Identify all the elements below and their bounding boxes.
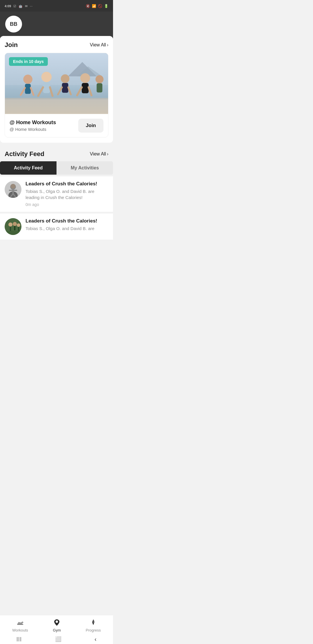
activity-avatar-2	[5, 218, 21, 235]
status-left: 4:09 ☑ 🤖 ✉ ···	[5, 4, 32, 8]
activity-avatar-1	[5, 181, 21, 198]
challenge-image: Ends in 10 days	[5, 53, 108, 114]
svg-rect-10	[43, 82, 50, 93]
activity-item-1: Leaders of Crush the Calories! Tobias S.…	[0, 176, 113, 212]
challenge-info: @ Home Workouts @ Home Workouts Join	[5, 114, 108, 137]
chevron-right-icon: ›	[107, 42, 108, 48]
svg-point-21	[95, 75, 103, 83]
activity-view-all[interactable]: View All ›	[90, 151, 108, 157]
svg-rect-5	[25, 84, 31, 94]
svg-point-36	[13, 222, 17, 226]
join-view-all[interactable]: View All ›	[90, 42, 108, 48]
svg-point-27	[11, 184, 15, 189]
activity-item-2: Leaders of Crush the Calories! Tobias S.…	[0, 214, 113, 240]
status-time: 4:09	[5, 4, 11, 8]
challenge-subtitle: @ Home Workouts	[10, 127, 56, 132]
activity-content-1: Leaders of Crush the Calories! Tobias S.…	[26, 181, 108, 207]
wifi-icon: 📶	[92, 4, 96, 8]
app-header: BB	[0, 12, 113, 38]
challenge-card: Ends in 10 days @ Home Workouts @ Home W…	[5, 53, 108, 138]
svg-point-17	[80, 73, 90, 83]
status-icons-right: 🔇 📶 🚫 🔋	[86, 4, 108, 8]
status-bar: 4:09 ☑ 🤖 ✉ ··· 🔇 📶 🚫 🔋	[0, 0, 113, 12]
activity-title-1: Leaders of Crush the Calories!	[26, 181, 108, 187]
status-icon-checklist: ☑	[13, 4, 16, 8]
status-icon-android: 🤖	[19, 4, 23, 8]
activity-content-2: Leaders of Crush the Calories! Tobias S.…	[26, 218, 97, 233]
activity-chevron-icon: ›	[107, 151, 108, 157]
svg-point-38	[17, 223, 20, 227]
main-content: Join View All ›	[0, 36, 113, 267]
activity-title-2: Leaders of Crush the Calories!	[26, 218, 97, 224]
svg-rect-1	[5, 85, 108, 99]
activity-feed-section: Activity Feed View All › Activity Feed M…	[0, 146, 113, 244]
tab-my-activities[interactable]: My Activities	[57, 161, 113, 175]
activity-desc-2: Tobias S., Olga O. and David B. are	[26, 225, 97, 231]
svg-point-34	[8, 222, 12, 227]
challenge-title: @ Home Workouts	[10, 120, 56, 126]
battery-icon: 🔋	[104, 4, 108, 8]
activity-tabs: Activity Feed My Activities	[0, 161, 113, 175]
join-section: Join View All ›	[0, 36, 113, 143]
svg-rect-14	[62, 83, 68, 93]
svg-rect-23	[5, 98, 108, 113]
svg-point-13	[61, 74, 70, 83]
status-icon-message: ✉	[25, 4, 28, 8]
status-icon-dots: ···	[30, 4, 32, 8]
activity-feed-title: Activity Feed	[5, 150, 44, 158]
activity-section-header: Activity Feed View All ›	[0, 146, 113, 161]
svg-rect-40	[5, 231, 21, 235]
join-button[interactable]: Join	[78, 119, 103, 133]
svg-rect-22	[97, 83, 102, 93]
avatar: BB	[5, 16, 22, 32]
join-title: Join	[5, 41, 18, 49]
tab-activity-feed[interactable]: Activity Feed	[0, 161, 57, 175]
svg-rect-18	[82, 83, 89, 93]
no-sim-icon: 🚫	[98, 4, 102, 8]
challenge-badge: Ends in 10 days	[9, 57, 48, 66]
join-section-header: Join View All ›	[5, 41, 108, 49]
challenge-text: @ Home Workouts @ Home Workouts	[10, 120, 56, 132]
mute-icon: 🔇	[86, 4, 90, 8]
svg-point-4	[23, 75, 32, 84]
activity-time-1: 0m ago	[26, 202, 39, 207]
activity-desc-1: Tobias S., Olga O. and David B. are lead…	[26, 188, 108, 200]
